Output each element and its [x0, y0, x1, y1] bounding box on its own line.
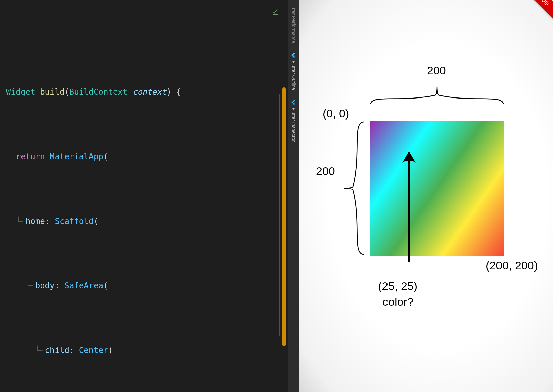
debug-banner-text: UG	[540, 0, 550, 7]
code-editor[interactable]: ✓ Widget build(BuildContext context) { r…	[0, 0, 288, 392]
flutter-logo-icon	[291, 52, 297, 58]
flutter-logo-icon	[291, 100, 297, 106]
code-line: Widget build(BuildContext context) {	[6, 84, 288, 100]
code-line: return MaterialApp(	[6, 149, 288, 165]
rail-tab-flutter-outline[interactable]: Flutter Outline	[290, 48, 297, 95]
corner-label: (200, 200)	[486, 259, 538, 272]
device-preview-panel: UG 200 (0, 0) 200 (200, 200) (25, 25) co…	[299, 0, 553, 392]
dimension-label-left: 200	[316, 165, 335, 178]
vertical-brace-icon	[343, 121, 366, 256]
rail-tab-label: Flutter Inspector	[291, 108, 296, 142]
vertical-scrollbar[interactable]	[282, 87, 286, 346]
code-line: └╴child: Center(	[6, 342, 288, 358]
pointer-arrow-icon	[399, 151, 419, 266]
question-coord-label: (25, 25)	[378, 280, 417, 293]
analysis-ok-check-icon: ✓	[273, 3, 278, 19]
minimap-marker	[273, 14, 278, 15]
origin-label: (0, 0)	[323, 107, 349, 120]
rail-tab-label: tter Performance	[291, 8, 296, 43]
rail-tab-flutter-performance[interactable]: tter Performance	[290, 3, 297, 48]
gradient-preview-box	[370, 121, 504, 256]
code-line: └╴body: SafeArea(	[6, 278, 288, 294]
rail-tab-flutter-inspector[interactable]: Flutter Inspector	[290, 95, 297, 146]
horizontal-brace-icon	[370, 86, 504, 106]
question-color-label: color?	[382, 295, 414, 308]
tool-window-rail: tter Performance Flutter Outline Flutter…	[288, 0, 299, 392]
rail-tab-label: Flutter Outline	[291, 61, 296, 90]
code-line: └╴home: Scaffold(	[6, 213, 288, 229]
minimap-viewport-strip	[279, 94, 280, 336]
dimension-label-top: 200	[427, 64, 446, 77]
debug-banner: UG	[522, 0, 553, 25]
